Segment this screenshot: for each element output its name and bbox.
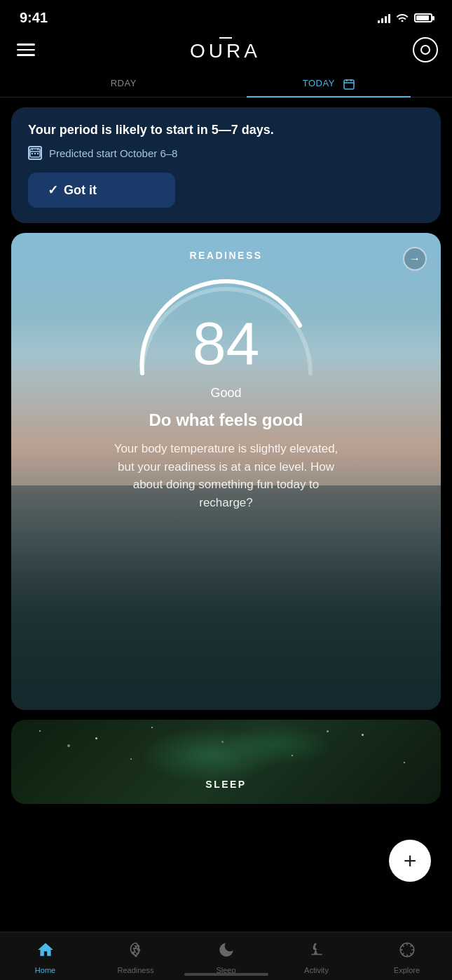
bottom-nav-sleep[interactable]: Sleep: [181, 941, 271, 974]
svg-rect-10: [37, 153, 39, 154]
period-date-row: Predicted start October 6–8: [28, 146, 424, 160]
svg-rect-9: [34, 153, 36, 154]
period-date-text: Predicted start October 6–8: [49, 147, 177, 159]
svg-rect-8: [32, 153, 33, 154]
sleep-label: SLEEP: [205, 779, 246, 790]
bottom-nav-home[interactable]: Home: [0, 941, 90, 974]
tab-yesterday[interactable]: RDAY: [21, 71, 226, 97]
gauge: 84: [128, 268, 324, 380]
svg-line-17: [402, 945, 404, 946]
svg-line-19: [410, 945, 411, 946]
status-icons: [378, 12, 432, 24]
home-indicator: [184, 973, 268, 976]
home-icon: [36, 941, 55, 963]
plus-icon: +: [404, 850, 417, 872]
sleep-card-preview[interactable]: SLEEP: [11, 720, 441, 804]
gauge-quality: Good: [25, 386, 427, 401]
fab-button[interactable]: +: [389, 840, 431, 882]
period-title: Your period is likely to start in 5—7 da…: [28, 123, 424, 137]
menu-button[interactable]: [14, 41, 38, 59]
activity-icon: [308, 941, 326, 963]
got-it-button[interactable]: ✓ Got it: [28, 173, 175, 208]
svg-line-20: [402, 953, 404, 955]
app-logo: OURA: [190, 37, 261, 62]
battery-icon: [414, 13, 432, 22]
home-label: Home: [35, 966, 55, 974]
bottom-nav-activity[interactable]: Activity: [271, 941, 362, 974]
bottom-nav-explore[interactable]: Explore: [362, 941, 452, 974]
app-header: OURA: [0, 32, 452, 71]
readiness-description: Your body temperature is slightly elevat…: [107, 440, 345, 511]
signal-icon: [378, 13, 390, 23]
wifi-icon: [396, 12, 409, 24]
readiness-header: READINESS →: [25, 250, 427, 261]
sleep-icon: [217, 941, 235, 963]
activity-nav-label: Activity: [304, 966, 329, 974]
svg-line-18: [410, 953, 411, 955]
tab-today[interactable]: TODAY: [226, 71, 432, 97]
nav-tabs: RDAY TODAY: [0, 71, 452, 98]
svg-point-11: [135, 955, 137, 957]
calendar-small-icon: [28, 146, 42, 160]
checkmark-icon: ✓: [48, 182, 58, 198]
status-bar: 9:41: [0, 0, 452, 32]
svg-rect-0: [344, 80, 354, 89]
calendar-icon: [341, 79, 355, 88]
readiness-card: READINESS → 84 Good Do what feels good Y…: [11, 233, 441, 710]
bottom-nav-readiness[interactable]: Readiness: [90, 941, 181, 974]
gauge-score: 84: [193, 313, 260, 373]
explore-icon: [398, 941, 416, 963]
readiness-arrow-button[interactable]: →: [403, 247, 427, 271]
period-card: Your period is likely to start in 5—7 da…: [11, 107, 441, 223]
profile-button[interactable]: [413, 37, 438, 62]
readiness-content: READINESS → 84 Good Do what feels good Y…: [11, 233, 441, 531]
readiness-tagline: Do what feels good: [25, 410, 427, 430]
status-time: 9:41: [20, 10, 48, 26]
readiness-label: READINESS: [189, 250, 262, 261]
readiness-icon: [127, 941, 145, 963]
explore-nav-label: Explore: [394, 966, 420, 974]
readiness-nav-label: Readiness: [118, 966, 154, 974]
